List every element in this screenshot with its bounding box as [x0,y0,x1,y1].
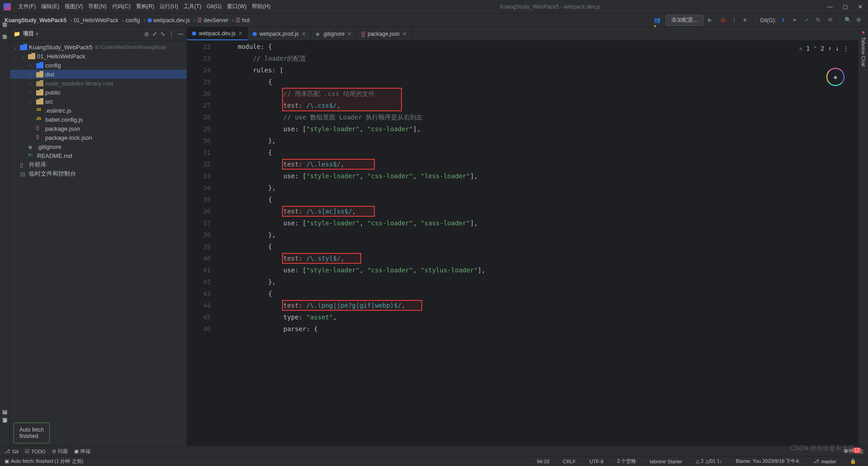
next-highlight-icon[interactable]: ↓ [835,43,839,54]
left-tab-structure[interactable]: 结构 [1,417,8,421]
stop-icon[interactable]: ■ [743,17,750,24]
git-rollback-icon[interactable]: ⟲ [828,17,835,24]
menu-工具[interactable]: 工具(T) [181,1,204,11]
options-icon[interactable]: ⋮ [169,31,174,37]
tabnine-status[interactable]: tabnine Starter [650,458,682,465]
breadcrumb-item[interactable]: ⬢ webpack.dev.js [147,17,190,24]
breadcrumb-item[interactable]: ☰ hot [236,17,250,24]
tree-item[interactable]: ›dist [10,70,187,79]
tree-item[interactable]: {}package-lock.json [10,133,187,142]
more-run-icon[interactable]: ⋮ [731,17,739,24]
warning-icon[interactable]: ⚠ [799,43,802,54]
menu-窗口[interactable]: 窗口(W) [224,1,249,11]
git-push-icon[interactable]: ⇗ [804,17,811,24]
expand-icon[interactable]: ⤢ [152,31,157,37]
bottom-tool-stripe: ⎇Git ☑TODO ⊘问题 ▣终端 事件日志 [0,446,868,456]
left-tab-favorites[interactable]: 收藏夹 [1,425,8,429]
line-gutter: 2223242526272829303132333435363738394041… [187,41,219,445]
tree-item[interactable]: ⌄01_HelloWebPack [10,52,187,61]
file-encoding[interactable]: UTF-8 [590,458,604,465]
navigation-bar: KuangStudy_WebPack5›01_HelloWebPack›conf… [0,14,868,27]
indent-settings[interactable]: 2 个空格 [617,458,636,465]
left-tab-project[interactable]: 项目 [1,29,8,33]
left-tab-bookmarks[interactable]: 书签 [1,42,8,45]
close-tab-icon[interactable]: ✕ [402,31,407,37]
project-dropdown-icon[interactable]: ▾ [36,31,38,37]
tree-item[interactable]: ›config [10,61,187,70]
git-commit-icon[interactable]: ➤ [793,17,800,24]
breadcrumb-item[interactable]: ☰ devServer [197,17,228,24]
git-branch[interactable]: ⎇ master [813,458,836,465]
editor-tab[interactable]: ⬢webpack.dev.js✕ [187,27,248,40]
tabnine-logo-icon[interactable]: ◈ [826,68,844,86]
menu-运行[interactable]: 运行(U) [157,1,181,11]
editor-tab[interactable]: ◆.gitignore✕ [311,27,357,40]
status-bar: ▣ Auto fetch: finished (1 分钟 之前) 94:10 C… [0,456,868,466]
run-icon[interactable]: ▶ [708,17,715,24]
settings-icon[interactable]: ⚙ [856,17,863,24]
tree-item[interactable]: M↓README.md [10,151,187,160]
project-tree[interactable]: ⌄KuangStudy_WebPack5E:\Code\WebStorm\Kua… [10,41,187,456]
breadcrumb-item[interactable]: 01_HelloWebPack [74,17,118,24]
menu-Git[interactable]: Git(G) [204,1,224,11]
debug-icon[interactable]: 🐞 [720,17,727,24]
git-history-icon[interactable]: ↻ [816,17,823,24]
prev-highlight-icon[interactable]: ↑ [828,43,831,54]
menu-导航[interactable]: 导航(N) [85,1,109,11]
tree-item[interactable]: JS.eslintrc.js [10,106,187,115]
tree-item[interactable]: ›public [10,88,187,97]
minimize-button[interactable]: — [827,4,834,10]
maximize-button[interactable]: ▢ [843,4,849,10]
tabnine-dot-icon[interactable]: ● [862,29,865,35]
js-icon: JS [36,116,43,123]
hide-icon[interactable]: — [178,31,183,37]
menu-编辑[interactable]: 编辑(E) [38,1,62,11]
breadcrumb-item[interactable]: config [126,17,140,24]
lib-icon: ▯ [20,162,27,168]
inspection-widget[interactable]: ⚠1 ⌃2 ↑ ↓ ⋮ [799,43,849,54]
target-icon[interactable]: ◎ [144,31,149,37]
tree-item[interactable]: ⌄KuangStudy_WebPack5E:\Code\WebStorm\Kua… [10,43,187,52]
tree-item[interactable]: ›node_modules library root [10,79,187,88]
users-icon[interactable]: 👥▾ [654,17,661,24]
tool-git[interactable]: ⎇Git [5,448,19,454]
menu-文件[interactable]: 文件(F) [15,1,38,11]
json-icon: {} [361,31,365,37]
line-separator[interactable]: CRLF [563,458,576,465]
tree-item[interactable]: JSbabel.config.js [10,115,187,124]
menu-帮助[interactable]: 帮助(H) [249,1,273,11]
editor-body[interactable]: 2223242526272829303132333435363738394041… [187,41,858,445]
tool-todo[interactable]: ☑TODO [25,448,46,454]
tree-item[interactable]: ▯外部库 [10,160,187,169]
inspection-menu-icon[interactable]: ⋮ [843,43,849,54]
hint-icon[interactable]: ⌃ [813,43,816,54]
close-tab-icon[interactable]: ✕ [238,30,243,37]
caret-position[interactable]: 94:10 [537,458,550,465]
add-configuration-button[interactable]: 添加配置... [665,14,703,26]
tool-terminal[interactable]: ▣终端 [74,448,90,455]
editor-tab[interactable]: {}package.json✕ [357,27,412,40]
git-blame[interactable]: Blame: You 2023/9/18 下午4: [736,458,800,465]
code-content[interactable]: module: { // loader的配置 rules: [ { // 用来匹… [219,41,858,445]
tree-item[interactable]: ◆.gitignore [10,142,187,151]
menu-代码[interactable]: 代码(C) [109,1,133,11]
editor-tab[interactable]: ⬢webpack.prod.js✕ [248,27,311,40]
right-tab-tabnine[interactable]: Tabnine Chat [861,35,866,68]
close-tab-icon[interactable]: ✕ [347,31,352,37]
tree-item[interactable]: ▤临时文件和控制台 [10,169,187,178]
collapse-icon[interactable]: ⤡ [160,31,165,37]
folder-blue-icon [36,62,43,68]
notification-popup[interactable]: Auto fetch finished [14,423,50,443]
close-button[interactable]: ✕ [858,4,864,10]
tree-item[interactable]: ›src [10,97,187,106]
breadcrumb-item[interactable]: KuangStudy_WebPack5 [5,17,66,24]
lock-icon[interactable]: 🔒 [850,458,856,465]
tree-item[interactable]: {}package.json [10,124,187,133]
search-everywhere-icon[interactable]: 🔍 [844,17,852,24]
close-tab-icon[interactable]: ✕ [302,31,306,37]
inspection-status[interactable]: △ 2 △/01 1↓ [696,458,722,465]
menu-重构[interactable]: 重构(R) [133,1,157,11]
menu-视图[interactable]: 视图(V) [62,1,85,11]
tool-problems[interactable]: ⊘问题 [52,448,68,455]
git-update-icon[interactable]: ⬇ [781,17,788,24]
